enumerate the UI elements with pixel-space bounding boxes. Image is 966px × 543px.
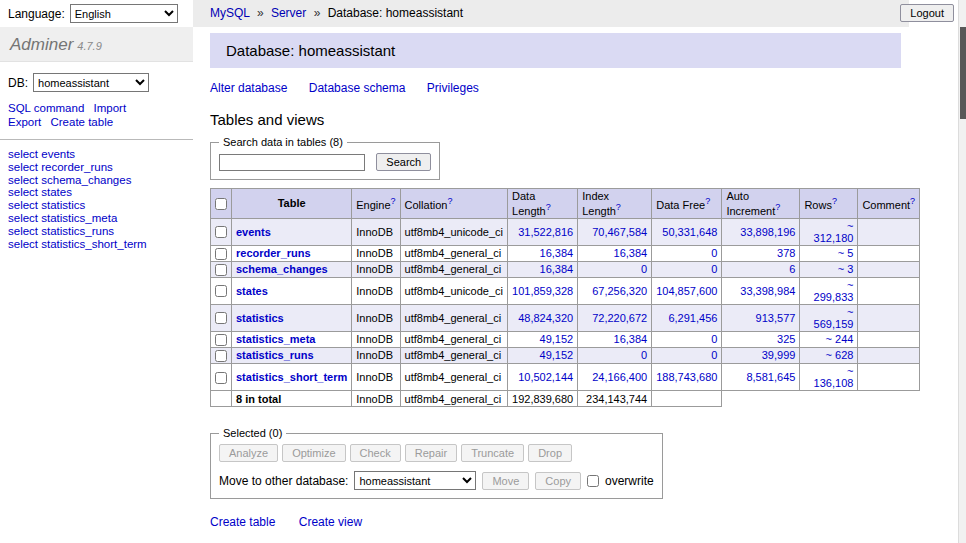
data-length-link[interactable]: 10,502,144	[518, 371, 573, 383]
row-checkbox-schema_changes[interactable]	[215, 264, 227, 276]
help-link[interactable]: ?	[705, 196, 710, 206]
rows-link[interactable]: ~ 5	[838, 247, 854, 259]
search-button[interactable]: Search	[376, 153, 431, 171]
sidebar-item-select-schema_changes[interactable]: select schema_changes	[8, 174, 185, 187]
optimize-button[interactable]: Optimize	[282, 444, 345, 462]
data-free-link[interactable]: 0	[711, 349, 717, 361]
breadcrumb-server-link[interactable]: Server	[271, 6, 306, 20]
data-length-link[interactable]: 49,152	[540, 349, 574, 361]
help-link[interactable]: ?	[616, 202, 621, 212]
check-button[interactable]: Check	[350, 444, 401, 462]
search-input[interactable]	[219, 154, 365, 171]
data-length-link[interactable]: 16,384	[540, 263, 574, 275]
table-link-events[interactable]: events	[236, 226, 271, 238]
row-checkbox-states[interactable]	[215, 285, 227, 297]
adminer-logo-link[interactable]: Adminer	[10, 35, 73, 54]
language-select[interactable]: English	[70, 4, 178, 23]
analyze-button[interactable]: Analyze	[219, 444, 278, 462]
auto-increment-link[interactable]: 8,581,645	[746, 371, 795, 383]
truncate-button[interactable]: Truncate	[461, 444, 524, 462]
sidebar-item-select-recorder_runs[interactable]: select recorder_runs	[8, 161, 185, 174]
help-link[interactable]: ?	[910, 196, 915, 206]
rows-link[interactable]: ~ 136,108	[814, 365, 854, 389]
index-length-link[interactable]: 16,384	[614, 333, 648, 345]
table-link-statistics_short_term[interactable]: statistics_short_term	[236, 371, 347, 383]
table-link-schema_changes[interactable]: schema_changes	[236, 263, 328, 275]
data-free-link[interactable]: 0	[711, 333, 717, 345]
data-free-link[interactable]: 0	[711, 247, 717, 259]
help-link[interactable]: ?	[447, 196, 452, 206]
index-length-link[interactable]: 24,166,400	[592, 371, 647, 383]
rows-link[interactable]: ~ 312,180	[814, 220, 854, 244]
table-link-recorder_runs[interactable]: recorder_runs	[236, 247, 311, 259]
auto-increment-link[interactable]: 33,898,196	[740, 226, 795, 238]
data-free-link[interactable]: 50,331,648	[662, 226, 717, 238]
row-checkbox-statistics[interactable]	[215, 312, 227, 324]
index-length-link[interactable]: 70,467,584	[592, 226, 647, 238]
auto-increment-link[interactable]: 325	[777, 333, 795, 345]
help-link[interactable]: ?	[832, 196, 837, 206]
sidebar-item-select-statistics_short_term[interactable]: select statistics_short_term	[8, 238, 185, 251]
create-view-link[interactable]: Create view	[299, 515, 362, 529]
auto-increment-link[interactable]: 913,577	[756, 312, 796, 324]
data-length-link[interactable]: 48,824,320	[518, 312, 573, 324]
alter-database-link[interactable]: Alter database	[210, 81, 287, 95]
scrollbar-thumb[interactable]	[960, 27, 966, 119]
data-length-link[interactable]: 101,859,328	[512, 285, 573, 297]
sidebar-create-table-link[interactable]: Create table	[50, 115, 113, 129]
index-length-link[interactable]: 67,256,320	[592, 285, 647, 297]
auto-increment-link[interactable]: 378	[777, 247, 795, 259]
row-checkbox-statistics_runs[interactable]	[215, 350, 227, 362]
data-free-link[interactable]: 104,857,600	[656, 285, 717, 297]
move-db-select[interactable]: homeassistant	[354, 471, 476, 490]
data-free-link[interactable]: 188,743,680	[656, 371, 717, 383]
help-link[interactable]: ?	[775, 202, 780, 212]
row-checkbox-events[interactable]	[215, 226, 227, 238]
auto-increment-link[interactable]: 39,999	[762, 349, 796, 361]
rows-link[interactable]: ~ 244	[826, 333, 854, 345]
sidebar-item-select-events[interactable]: select events	[8, 148, 185, 161]
sidebar-item-select-statistics[interactable]: select statistics	[8, 199, 185, 212]
move-button[interactable]: Move	[482, 472, 529, 490]
index-length-link[interactable]: 16,384	[614, 247, 648, 259]
help-link[interactable]: ?	[546, 202, 551, 212]
index-length-link[interactable]: 72,220,672	[592, 312, 647, 324]
sidebar-sql-command-link[interactable]: SQL command	[8, 101, 84, 115]
index-length-link[interactable]: 0	[641, 349, 647, 361]
create-table-link[interactable]: Create table	[210, 515, 275, 529]
row-checkbox-statistics_meta[interactable]	[215, 334, 227, 346]
data-length-link[interactable]: 16,384	[540, 247, 574, 259]
sidebar-item-select-statistics_meta[interactable]: select statistics_meta	[8, 212, 185, 225]
table-link-statistics_meta[interactable]: statistics_meta	[236, 333, 316, 345]
rows-link[interactable]: ~ 3	[838, 263, 854, 275]
rows-link[interactable]: ~ 628	[826, 349, 854, 361]
sidebar-export-link[interactable]: Export	[8, 115, 41, 129]
index-length-link[interactable]: 0	[641, 263, 647, 275]
logout-button[interactable]: Logout	[900, 4, 954, 22]
auto-increment-link[interactable]: 33,398,984	[740, 285, 795, 297]
drop-button[interactable]: Drop	[528, 444, 572, 462]
breadcrumb-mysql-link[interactable]: MySQL	[210, 6, 250, 20]
sidebar-item-select-states[interactable]: select states	[8, 186, 185, 199]
repair-button[interactable]: Repair	[405, 444, 457, 462]
row-checkbox-statistics_short_term[interactable]	[215, 372, 227, 384]
overwrite-checkbox[interactable]	[587, 475, 599, 487]
db-select[interactable]: homeassistant	[33, 73, 149, 92]
sidebar-item-select-statistics_runs[interactable]: select statistics_runs	[8, 225, 185, 238]
table-link-states[interactable]: states	[236, 285, 268, 297]
select-all-checkbox[interactable]	[215, 198, 227, 210]
table-link-statistics[interactable]: statistics	[236, 312, 284, 324]
database-schema-link[interactable]: Database schema	[309, 81, 406, 95]
help-link[interactable]: ?	[391, 196, 396, 206]
sidebar-import-link[interactable]: Import	[93, 101, 126, 115]
privileges-link[interactable]: Privileges	[427, 81, 479, 95]
scrollbar[interactable]	[958, 0, 966, 543]
rows-link[interactable]: ~ 569,159	[814, 306, 854, 330]
row-checkbox-recorder_runs[interactable]	[215, 248, 227, 260]
rows-link[interactable]: ~ 299,833	[814, 279, 854, 303]
data-length-link[interactable]: 49,152	[540, 333, 574, 345]
copy-button[interactable]: Copy	[535, 472, 581, 490]
table-link-statistics_runs[interactable]: statistics_runs	[236, 349, 314, 361]
data-length-link[interactable]: 31,522,816	[518, 226, 573, 238]
data-free-link[interactable]: 0	[711, 263, 717, 275]
